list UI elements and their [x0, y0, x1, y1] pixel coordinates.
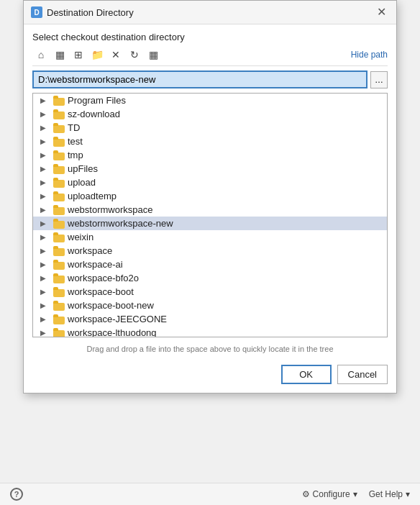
tree-item-label: upload: [68, 177, 96, 188]
folder-icon: [53, 137, 65, 147]
expand-arrow-icon[interactable]: ▶: [33, 192, 53, 200]
tree-item[interactable]: ▶upFiles: [33, 162, 387, 176]
tree-item[interactable]: ▶workspace-bfo2o: [33, 271, 387, 285]
home-button[interactable]: ⌂: [32, 47, 50, 63]
expand-arrow-icon[interactable]: ▶: [33, 178, 53, 186]
tree-item-label: workspace-boot-new: [68, 300, 154, 311]
tree-item[interactable]: ▶sz-download: [33, 107, 387, 121]
expand-arrow-icon[interactable]: ▶: [33, 124, 53, 132]
folder-icon: [53, 314, 65, 324]
folder-icon: [53, 246, 65, 256]
expand-arrow-icon[interactable]: ▶: [33, 110, 53, 118]
tree-item[interactable]: ▶Program Files: [33, 94, 387, 107]
dialog-subtitle: Select checkout destination directory: [32, 32, 388, 42]
tree-item[interactable]: ▶workspace-boot: [33, 285, 387, 299]
expand-arrow-icon[interactable]: ▶: [33, 329, 53, 337]
tree-item[interactable]: ▶test: [33, 135, 387, 148]
expand-arrow-icon[interactable]: ▶: [33, 288, 53, 296]
close-button[interactable]: ✕: [374, 5, 389, 19]
tree-item[interactable]: ▶uploadtemp: [33, 189, 387, 203]
get-help-link[interactable]: Get Help ▾: [369, 489, 410, 499]
hide-path-link[interactable]: Hide path: [351, 50, 388, 60]
ok-button[interactable]: OK: [281, 365, 332, 384]
tree-item-label: uploadtemp: [68, 191, 117, 201]
help-chevron-icon: ▾: [406, 489, 410, 499]
expand-arrow-icon[interactable]: ▶: [33, 233, 53, 241]
folder-icon: [53, 328, 65, 338]
tree-item[interactable]: ▶tmp: [33, 148, 387, 162]
folder-icon: [53, 273, 65, 283]
hint-text: Drag and drop a file into the space abov…: [32, 342, 388, 356]
tree-item-label: Program Files: [68, 95, 126, 106]
folder-icon: [53, 260, 65, 270]
tree-item[interactable]: ▶weixin: [33, 230, 387, 244]
tree-item[interactable]: ▶workspace: [33, 244, 387, 258]
destination-directory-dialog: D Destination Directory ✕ Select checkou…: [23, 0, 397, 393]
folder-icon: [53, 178, 65, 188]
tree-item-label: workspace-ai: [68, 259, 123, 270]
gear-icon: ⚙: [302, 489, 310, 499]
dialog-icon: D: [31, 6, 42, 18]
path-input[interactable]: [32, 70, 368, 88]
tree-button[interactable]: ⊞: [70, 47, 87, 63]
refresh-button[interactable]: ↻: [126, 47, 143, 63]
folder-icon: [53, 287, 65, 297]
status-bar: ? ⚙ Configure ▾ Get Help ▾: [0, 483, 420, 505]
tree-item[interactable]: ▶workspace-boot-new: [33, 299, 387, 312]
browse-button[interactable]: …: [370, 71, 388, 88]
path-row: …: [32, 70, 388, 88]
tree-item[interactable]: ▶webstormworkspace-new: [33, 217, 387, 230]
dialog-body: Select checkout destination directory ⌂ …: [24, 24, 396, 393]
folder-icon: [53, 109, 65, 119]
tree-item-label: workspace-lthuodong: [68, 327, 157, 337]
settings-button[interactable]: ▦: [145, 47, 162, 63]
new-folder-button[interactable]: 📁: [88, 47, 106, 63]
tree-item-label: webstormworkspace-new: [68, 218, 173, 229]
tree-item-label: TD: [68, 122, 80, 133]
expand-arrow-icon[interactable]: ▶: [33, 151, 53, 159]
folder-icon: [53, 150, 65, 160]
tree-item[interactable]: ▶workspace-ai: [33, 258, 387, 271]
folder-icon: [53, 301, 65, 311]
folder-icon: [53, 232, 65, 242]
expand-arrow-icon[interactable]: ▶: [33, 96, 53, 104]
configure-chevron-icon: ▾: [353, 489, 357, 499]
help-icon[interactable]: ?: [10, 488, 23, 501]
file-tree[interactable]: ▶Program Files▶sz-download▶TD▶test▶tmp▶u…: [32, 93, 388, 337]
expand-arrow-icon[interactable]: ▶: [33, 137, 53, 145]
expand-arrow-icon[interactable]: ▶: [33, 165, 53, 173]
folder-icon: [53, 191, 65, 201]
folder-icon: [53, 219, 65, 229]
grid-button[interactable]: ▦: [51, 47, 68, 63]
folder-icon: [53, 205, 65, 215]
tree-item[interactable]: ▶workspace-JEECGONE: [33, 312, 387, 326]
tree-item[interactable]: ▶webstormworkspace: [33, 203, 387, 217]
delete-button[interactable]: ✕: [107, 47, 124, 63]
tree-item-label: tmp: [68, 150, 83, 160]
tree-item[interactable]: ▶workspace-lthuodong: [33, 326, 387, 337]
expand-arrow-icon[interactable]: ▶: [33, 260, 53, 268]
configure-link[interactable]: ⚙ Configure ▾: [302, 489, 357, 499]
expand-arrow-icon[interactable]: ▶: [33, 301, 53, 309]
tree-item-label: sz-download: [68, 109, 120, 119]
tree-item[interactable]: ▶TD: [33, 121, 387, 135]
expand-arrow-icon[interactable]: ▶: [33, 219, 53, 227]
tree-item[interactable]: ▶upload: [33, 176, 387, 189]
expand-arrow-icon[interactable]: ▶: [33, 315, 53, 323]
folder-icon: [53, 164, 65, 174]
tree-item-label: workspace-boot: [68, 286, 134, 297]
tree-item-label: test: [68, 136, 83, 147]
expand-arrow-icon[interactable]: ▶: [33, 206, 53, 214]
cancel-button[interactable]: Cancel: [337, 365, 388, 384]
expand-arrow-icon[interactable]: ▶: [33, 274, 53, 282]
toolbar: ⌂ ▦ ⊞ 📁 ✕ ↻ ▦ Hide path: [32, 47, 388, 66]
dialog-title: Destination Directory: [47, 7, 134, 18]
tree-item-label: weixin: [68, 232, 93, 242]
folder-icon: [53, 96, 65, 106]
tree-item-label: workspace-JEECGONE: [68, 314, 167, 324]
tree-item-label: upFiles: [68, 163, 98, 174]
tree-item-label: webstormworkspace: [68, 204, 153, 215]
tree-item-label: workspace-bfo2o: [68, 273, 139, 283]
tree-item-label: workspace: [68, 245, 112, 256]
expand-arrow-icon[interactable]: ▶: [33, 247, 53, 255]
